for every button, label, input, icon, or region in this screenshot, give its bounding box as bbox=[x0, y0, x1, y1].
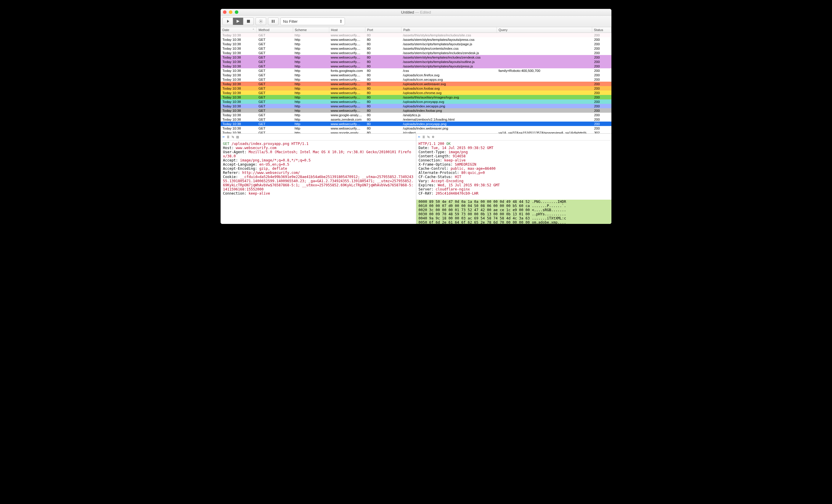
cell: Today 10:38 bbox=[220, 69, 257, 73]
cell: /external/zenbox/v2.1/loading.html bbox=[401, 118, 497, 121]
cell: /uploads/index.webreaver.png bbox=[401, 127, 497, 130]
step-button[interactable] bbox=[223, 18, 233, 25]
cell: www.websecurify.... bbox=[329, 91, 365, 95]
cell: http bbox=[293, 73, 329, 77]
cell: /assets/stem/scripts/templates/layouts/o… bbox=[401, 60, 497, 64]
table-row[interactable]: Today 10:38GEThttpwww.websecurify....80/… bbox=[220, 77, 612, 82]
cell: GET bbox=[257, 47, 293, 50]
cell: http bbox=[293, 113, 329, 117]
col-status[interactable]: Status bbox=[592, 27, 612, 32]
table-row[interactable]: Today 10:38GEThttpwww.google-analy....80… bbox=[220, 131, 612, 133]
col-scheme[interactable]: Scheme bbox=[293, 27, 329, 32]
cell: GET bbox=[257, 100, 293, 104]
col-host[interactable]: Host bbox=[329, 27, 365, 32]
table-row[interactable]: Today 10:38GEThttpwww.websecurify....80/… bbox=[220, 90, 612, 95]
cell: 200 bbox=[592, 82, 612, 86]
cell: /assets/this/styles/templates/includes/s… bbox=[401, 33, 497, 37]
table-row[interactable]: Today 10:38GEThttpwww.websecurify....80/… bbox=[220, 100, 612, 104]
titlebar: Untitled — Edited bbox=[220, 9, 612, 16]
cell: /uploads/icon.foobar.svg bbox=[401, 87, 497, 90]
table-row[interactable]: Today 10:38GEThttpwww.websecurify....80/… bbox=[220, 95, 612, 100]
stop-button[interactable] bbox=[243, 18, 254, 25]
arrow-left-icon[interactable]: ⬅ bbox=[418, 135, 420, 139]
table-row[interactable]: Today 10:38GEThttpwww.websecurify....80/… bbox=[220, 126, 612, 131]
cell: 80 bbox=[365, 60, 401, 64]
table-body[interactable]: Today 10:38GEThttpwww.websecurify....80/… bbox=[220, 33, 612, 133]
request-body[interactable]: GET /uploads/index.proxyapp.png HTTP/1.1… bbox=[220, 140, 416, 197]
cell: Today 10:38 bbox=[220, 95, 257, 99]
table-row[interactable]: Today 10:38GEThttpwww.websecurify....80/… bbox=[220, 55, 612, 59]
cell: Today 10:38 bbox=[220, 78, 257, 81]
cell: 80 bbox=[365, 104, 401, 108]
window-title: Untitled — Edited bbox=[220, 10, 612, 15]
cell: Today 10:38 bbox=[220, 47, 257, 50]
page-icon[interactable]: ▤ bbox=[236, 135, 239, 139]
table-row[interactable]: Today 10:38GEThttpwww.websecurify....80/… bbox=[220, 33, 612, 37]
play-button[interactable] bbox=[233, 18, 243, 25]
cell: Today 10:38 bbox=[220, 64, 257, 68]
cell: 80 bbox=[365, 56, 401, 59]
filter-label: No Filter bbox=[283, 19, 297, 24]
table-row[interactable]: Today 10:38GEThttpwww.google-analy....80… bbox=[220, 113, 612, 117]
table-row[interactable]: Today 10:38GEThttpwww.websecurify....80/… bbox=[220, 104, 612, 108]
cell: /assets/this/styles/contents/index.css bbox=[401, 47, 497, 50]
cell: 200 bbox=[592, 64, 612, 68]
response-pane-toolbar: ⬅ ≣ ≒ ⊕ bbox=[416, 134, 612, 140]
table-row[interactable]: Today 10:38GEThttpwww.websecurify....80/… bbox=[220, 59, 612, 64]
list-icon[interactable]: ≣ bbox=[227, 135, 230, 139]
table-row[interactable]: Today 10:38GEThttpwww.websecurify....80/… bbox=[220, 108, 612, 113]
cell: GET bbox=[257, 60, 293, 64]
globe-icon[interactable]: ⊕ bbox=[432, 135, 434, 139]
cell: GET bbox=[257, 73, 293, 77]
cell: fonts.googleapis.com bbox=[329, 69, 365, 73]
table-row[interactable]: Today 10:38GEThttpwww.websecurify....80/… bbox=[220, 64, 612, 68]
sort-caret-icon: ⌃ bbox=[252, 28, 255, 31]
col-date[interactable]: Date⌃ bbox=[220, 27, 257, 32]
cell: GET bbox=[257, 113, 293, 117]
cell: http bbox=[293, 47, 329, 50]
cell: 200 bbox=[592, 122, 612, 126]
cell: GET bbox=[257, 82, 293, 86]
table-row[interactable]: Today 10:38GEThttpfonts.googleapis.com80… bbox=[220, 68, 612, 73]
cell: Today 10:38 bbox=[220, 131, 257, 134]
pause-button[interactable] bbox=[268, 18, 279, 25]
cell: /css bbox=[401, 69, 497, 73]
cell: www.websecurify.... bbox=[329, 122, 365, 126]
cell: www.websecurify.... bbox=[329, 56, 365, 59]
filter-select[interactable]: No Filter ▲▼ bbox=[280, 18, 345, 25]
cell: Today 10:38 bbox=[220, 104, 257, 108]
cell: Today 10:38 bbox=[220, 38, 257, 41]
cell: http bbox=[293, 82, 329, 86]
col-path[interactable]: Path bbox=[401, 27, 497, 32]
arrow-right-icon[interactable]: ➡ bbox=[223, 135, 225, 139]
table-row[interactable]: Today 10:38GEThttpwww.websecurify....80/… bbox=[220, 37, 612, 42]
col-method[interactable]: Method bbox=[257, 27, 293, 32]
cell: 200 bbox=[592, 100, 612, 104]
table-row[interactable]: Today 10:38GEThttpwww.websecurify....80/… bbox=[220, 51, 612, 55]
response-body[interactable]: HTTP/1.1 200 OKDate: Tue, 14 Jul 2015 09… bbox=[416, 140, 612, 224]
tree-icon[interactable]: ≒ bbox=[427, 135, 430, 139]
col-port[interactable]: Port bbox=[365, 27, 401, 32]
col-query[interactable]: Query bbox=[497, 27, 592, 32]
cell: http bbox=[293, 131, 329, 134]
table-row[interactable]: Today 10:38GEThttpwww.websecurify....80/… bbox=[220, 46, 612, 51]
table-row[interactable]: Today 10:38GEThttpwww.websecurify....80/… bbox=[220, 121, 612, 126]
request-pane: ➡ ≣ ≒ ▤ GET /uploads/index.proxyapp.png … bbox=[220, 134, 416, 224]
table-row[interactable]: Today 10:38GEThttpwww.websecurify....80/… bbox=[220, 82, 612, 86]
cell: Today 10:38 bbox=[220, 82, 257, 86]
cell: /assets/stem/scripts/templates/layouts/p… bbox=[401, 42, 497, 46]
cell: http bbox=[293, 42, 329, 46]
cell: /uploads/index.foobar.png bbox=[401, 109, 497, 112]
table-row[interactable]: Today 10:38GEThttpassets.zendesk.com80/e… bbox=[220, 117, 612, 121]
cell: GET bbox=[257, 51, 293, 55]
tree-icon[interactable]: ≒ bbox=[232, 135, 234, 139]
settings-button[interactable] bbox=[256, 18, 266, 25]
table-row[interactable]: Today 10:38GEThttpwww.websecurify....80/… bbox=[220, 73, 612, 77]
cell: 200 bbox=[592, 33, 612, 37]
cell: http bbox=[293, 56, 329, 59]
table-row[interactable]: Today 10:38GEThttpwww.websecurify....80/… bbox=[220, 42, 612, 46]
list-icon[interactable]: ≣ bbox=[422, 135, 425, 139]
cell: http bbox=[293, 104, 329, 108]
cell: 302 bbox=[592, 131, 612, 134]
table-row[interactable]: Today 10:38GEThttpwww.websecurify....80/… bbox=[220, 86, 612, 90]
